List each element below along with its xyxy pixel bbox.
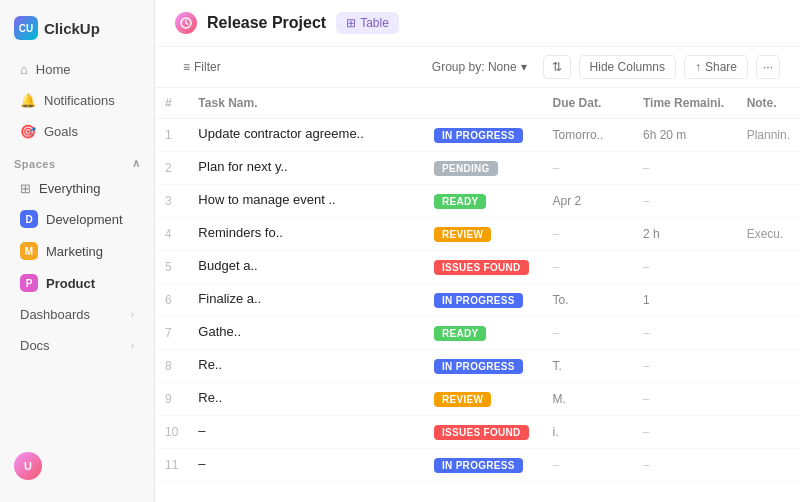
task-name[interactable]: – bbox=[188, 449, 424, 482]
goals-icon: 🎯 bbox=[20, 124, 36, 139]
sidebar-goals-label: Goals bbox=[44, 124, 78, 139]
table-row[interactable]: 2Plan for next y..PENDING–– bbox=[155, 152, 800, 185]
table-row[interactable]: 10–ISSUES FOUNDi.– bbox=[155, 416, 800, 449]
task-name[interactable]: Reminders fo.. bbox=[188, 218, 424, 251]
table-row[interactable]: 11–IN PROGRESS–– bbox=[155, 449, 800, 482]
logo[interactable]: CU ClickUp bbox=[0, 12, 154, 54]
status-badge: IN PROGRESS bbox=[434, 458, 523, 473]
group-by-button[interactable]: Group by: None ▾ bbox=[424, 57, 535, 77]
time-remaining: – bbox=[633, 317, 737, 350]
col-header-time: Time Remaini. bbox=[633, 88, 737, 119]
notes: Execu. bbox=[737, 218, 800, 251]
col-header-num: # bbox=[155, 88, 188, 119]
sidebar-item-docs[interactable]: Docs › bbox=[6, 331, 148, 360]
time-remaining: – bbox=[633, 152, 737, 185]
task-status[interactable]: REVIEW bbox=[424, 218, 543, 251]
filter-icon: ≡ bbox=[183, 60, 190, 74]
task-name[interactable]: Budget a.. bbox=[188, 251, 424, 284]
table-row[interactable]: 8Re..IN PROGRESST.– bbox=[155, 350, 800, 383]
table-view-button[interactable]: ⊞ Table bbox=[336, 12, 399, 34]
sidebar-item-everything[interactable]: ⊞ Everything bbox=[6, 175, 148, 202]
task-status[interactable]: ISSUES FOUND bbox=[424, 251, 543, 284]
main-content: Release Project ⊞ Table ≡ Filter Group b… bbox=[155, 0, 800, 502]
everything-icon: ⊞ bbox=[20, 181, 31, 196]
task-status[interactable]: IN PROGRESS bbox=[424, 119, 543, 152]
hide-columns-button[interactable]: Hide Columns bbox=[579, 55, 676, 79]
share-button[interactable]: ↑ Share bbox=[684, 55, 748, 79]
due-date: Tomorro.. bbox=[543, 119, 633, 152]
filter-button[interactable]: ≡ Filter bbox=[175, 57, 229, 77]
table-row[interactable]: 3How to manage event ..READYApr 2– bbox=[155, 185, 800, 218]
table-row[interactable]: 9Re..REVIEWM.– bbox=[155, 383, 800, 416]
task-name[interactable]: Update contractor agreeme.. bbox=[188, 119, 424, 152]
spaces-label: Spaces bbox=[14, 158, 56, 170]
table-header-row: # Task Nam. Due Dat. Time Remaini. Note. bbox=[155, 88, 800, 119]
table-row[interactable]: 6Finalize a..IN PROGRESSTo.1 bbox=[155, 284, 800, 317]
logo-text: ClickUp bbox=[44, 20, 100, 37]
task-status[interactable]: PENDING bbox=[424, 152, 543, 185]
sidebar-item-product[interactable]: P Product bbox=[6, 268, 148, 298]
col-header-notes: Note. bbox=[737, 88, 800, 119]
sort-button[interactable]: ⇅ bbox=[543, 55, 571, 79]
notes bbox=[737, 416, 800, 449]
task-name[interactable]: Plan for next y.. bbox=[188, 152, 424, 185]
topbar: Release Project ⊞ Table bbox=[155, 0, 800, 47]
user-avatar[interactable]: U bbox=[14, 452, 42, 480]
more-options-button[interactable]: ··· bbox=[756, 55, 780, 79]
sidebar-home-label: Home bbox=[36, 62, 71, 77]
status-badge: IN PROGRESS bbox=[434, 359, 523, 374]
notes bbox=[737, 185, 800, 218]
notes bbox=[737, 350, 800, 383]
time-remaining: – bbox=[633, 350, 737, 383]
task-name[interactable]: Re.. bbox=[188, 350, 424, 383]
task-table: # Task Nam. Due Dat. Time Remaini. Note.… bbox=[155, 88, 800, 482]
product-label: Product bbox=[46, 276, 95, 291]
status-badge: PENDING bbox=[434, 161, 498, 176]
status-badge: IN PROGRESS bbox=[434, 128, 523, 143]
task-name[interactable]: Re.. bbox=[188, 383, 424, 416]
time-remaining: – bbox=[633, 251, 737, 284]
dev-dot: D bbox=[20, 210, 38, 228]
task-name[interactable]: Gathe.. bbox=[188, 317, 424, 350]
table-body: 1Update contractor agreeme..IN PROGRESST… bbox=[155, 119, 800, 482]
table-row[interactable]: 1Update contractor agreeme..IN PROGRESST… bbox=[155, 119, 800, 152]
status-badge: ISSUES FOUND bbox=[434, 260, 529, 275]
sidebar-item-development[interactable]: D Development bbox=[6, 204, 148, 234]
task-status[interactable]: READY bbox=[424, 317, 543, 350]
task-status[interactable]: ISSUES FOUND bbox=[424, 416, 543, 449]
notes bbox=[737, 449, 800, 482]
spaces-section: Spaces ∧ bbox=[0, 147, 154, 174]
row-num: 10 bbox=[155, 416, 188, 449]
task-status[interactable]: REVIEW bbox=[424, 383, 543, 416]
task-status[interactable]: IN PROGRESS bbox=[424, 449, 543, 482]
task-name[interactable]: How to manage event .. bbox=[188, 185, 424, 218]
sidebar-item-home[interactable]: ⌂ Home bbox=[6, 55, 148, 84]
due-date: – bbox=[543, 218, 633, 251]
notes bbox=[737, 383, 800, 416]
col-header-status bbox=[424, 88, 543, 119]
task-status[interactable]: READY bbox=[424, 185, 543, 218]
spaces-collapse-icon[interactable]: ∧ bbox=[132, 157, 141, 170]
sidebar-item-marketing[interactable]: M Marketing bbox=[6, 236, 148, 266]
task-name[interactable]: Finalize a.. bbox=[188, 284, 424, 317]
due-date: T. bbox=[543, 350, 633, 383]
due-date: i. bbox=[543, 416, 633, 449]
table-row[interactable]: 7Gathe..READY–– bbox=[155, 317, 800, 350]
sidebar-item-dashboards[interactable]: Dashboards › bbox=[6, 300, 148, 329]
row-num: 5 bbox=[155, 251, 188, 284]
dashboards-chevron-icon: › bbox=[131, 309, 134, 320]
project-icon bbox=[175, 12, 197, 34]
bell-icon: 🔔 bbox=[20, 93, 36, 108]
table-row[interactable]: 4Reminders fo..REVIEW–2 hExecu. bbox=[155, 218, 800, 251]
sidebar: CU ClickUp ⌂ Home 🔔 Notifications 🎯 Goal… bbox=[0, 0, 155, 502]
sidebar-item-notifications[interactable]: 🔔 Notifications bbox=[6, 86, 148, 115]
task-table-container: # Task Nam. Due Dat. Time Remaini. Note.… bbox=[155, 88, 800, 502]
task-status[interactable]: IN PROGRESS bbox=[424, 284, 543, 317]
task-name[interactable]: – bbox=[188, 416, 424, 449]
time-remaining: – bbox=[633, 449, 737, 482]
group-by-label: Group by: None bbox=[432, 60, 517, 74]
task-status[interactable]: IN PROGRESS bbox=[424, 350, 543, 383]
share-icon: ↑ bbox=[695, 60, 701, 74]
sidebar-item-goals[interactable]: 🎯 Goals bbox=[6, 117, 148, 146]
table-row[interactable]: 5Budget a..ISSUES FOUND–– bbox=[155, 251, 800, 284]
